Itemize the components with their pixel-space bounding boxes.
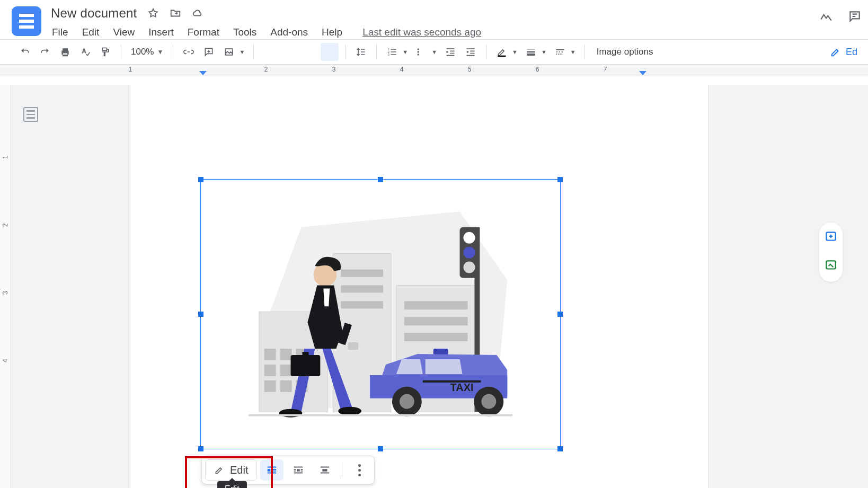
svg-rect-47 [249,414,512,416]
border-color-button[interactable] [493,43,511,61]
activity-icon[interactable] [819,10,833,25]
document-outline-button[interactable] [23,107,38,122]
svg-rect-17 [264,380,276,392]
svg-rect-22 [341,301,383,308]
align-left-button[interactable] [260,43,278,61]
increase-indent-button[interactable] [462,43,480,61]
resize-handle[interactable] [198,177,203,182]
svg-marker-33 [426,359,463,374]
editing-mode-button[interactable]: Ed [822,43,863,61]
vruler-tick: 4 [2,359,9,362]
edit-drawing-label: Edit [230,464,248,476]
print-button[interactable] [56,43,74,61]
menu-edit[interactable]: Edit [81,25,101,39]
more-image-options-button[interactable] [348,459,371,481]
taxi-label: TAXI [450,381,474,393]
move-folder-icon[interactable] [170,7,181,19]
svg-point-29 [464,247,475,259]
spellcheck-button[interactable] [76,43,94,61]
svg-point-30 [464,262,475,273]
svg-rect-41 [348,342,358,350]
align-center-button[interactable] [280,43,298,61]
numbered-list-button[interactable]: 123 [383,43,401,61]
align-justify-button[interactable] [321,43,339,61]
add-comment-side-button[interactable] [824,230,838,246]
vruler-tick: 3 [2,291,9,295]
svg-rect-12 [280,349,292,360]
ruler-tick: 1 [129,66,132,73]
break-text-button[interactable] [313,459,336,481]
vruler-tick: 2 [2,223,9,227]
vertical-ruler[interactable]: 1 2 3 4 [0,85,11,488]
svg-point-5 [418,54,419,55]
svg-point-38 [481,394,496,409]
side-tools [819,223,843,282]
svg-rect-6 [498,56,506,57]
menu-insert[interactable]: Insert [147,25,175,39]
svg-point-28 [464,232,475,244]
svg-rect-11 [264,349,276,360]
insert-link-button[interactable] [180,43,198,61]
image-options-button[interactable]: Image options [591,47,659,57]
resize-handle[interactable] [378,177,383,182]
menu-help[interactable]: Help [321,25,343,39]
svg-text:3: 3 [388,53,389,56]
cloud-status-icon[interactable] [192,7,203,19]
undo-button[interactable] [16,43,34,61]
edit-tooltip: Edit [217,481,247,488]
svg-rect-24 [404,317,468,325]
border-dash-button[interactable] [551,43,569,61]
indent-marker-right[interactable] [639,71,646,75]
drawing-illustration: TAXI [211,190,550,423]
resize-handle[interactable] [557,312,563,317]
resize-handle[interactable] [557,446,563,451]
indent-marker-left[interactable] [199,71,207,75]
menu-file[interactable]: File [51,25,69,39]
svg-rect-23 [404,301,468,309]
comments-panel-icon[interactable] [848,10,862,25]
border-weight-button[interactable] [522,43,540,61]
resize-handle[interactable] [378,446,383,451]
menu-format[interactable]: Format [187,25,220,39]
toolbar: 100% ▼ ▼ 123 ▼ ▼ ▼ ▼ ▼ Image options Ed [0,39,868,65]
svg-rect-25 [404,333,468,341]
svg-rect-18 [280,380,292,392]
menu-bar: File Edit View Insert Format Tools Add-o… [51,25,819,39]
editing-mode-label: Ed [846,47,857,58]
wrap-inline-button[interactable] [260,459,284,481]
align-right-button[interactable] [300,43,318,61]
line-spacing-button[interactable] [352,43,370,61]
image-context-toolbar: Edit [201,456,375,484]
menu-view[interactable]: View [112,25,136,39]
resize-handle[interactable] [557,177,563,182]
horizontal-ruler[interactable]: 1 2 3 4 5 6 7 [0,65,868,76]
suggest-edits-side-button[interactable] [824,259,838,274]
ruler-tick: 2 [264,66,268,73]
ruler-tick: 5 [468,66,472,73]
wrap-text-button[interactable] [287,459,310,481]
vruler-tick: 1 [2,155,9,159]
star-icon[interactable] [147,7,159,19]
add-comment-button[interactable] [200,43,218,61]
insert-image-button[interactable] [220,43,238,61]
bulleted-list-button[interactable] [412,43,430,61]
zoom-select[interactable]: 100% ▼ [128,47,166,57]
resize-handle[interactable] [198,446,203,451]
last-edit-link[interactable]: Last edit was seconds ago [362,26,481,38]
docs-logo-icon[interactable] [12,6,41,36]
svg-marker-42 [323,288,330,306]
ruler-tick: 3 [332,66,336,73]
menu-addons[interactable]: Add-ons [269,25,309,39]
decrease-indent-button[interactable] [441,43,459,61]
svg-rect-20 [341,270,383,277]
svg-rect-46 [302,352,308,357]
resize-handle[interactable] [198,312,203,317]
paint-format-button[interactable] [96,43,114,61]
edit-drawing-button[interactable]: Edit [205,459,257,481]
svg-point-44 [338,407,361,415]
redo-button[interactable] [36,43,54,61]
menu-tools[interactable]: Tools [232,25,258,39]
document-title[interactable]: New document [51,6,137,21]
svg-point-36 [400,394,414,409]
selected-drawing[interactable]: TAXI [200,179,561,449]
